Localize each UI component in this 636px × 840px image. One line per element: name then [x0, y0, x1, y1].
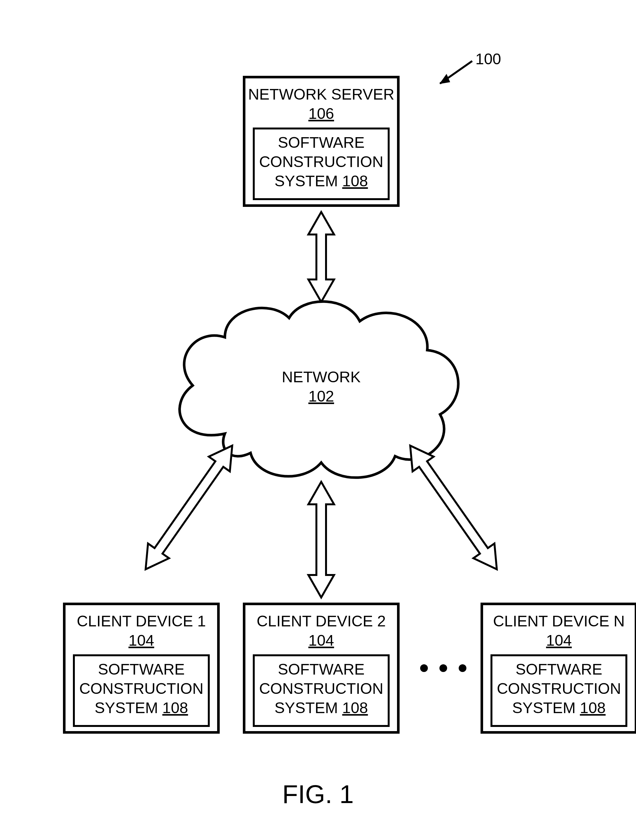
clientN-ref: 104 — [546, 632, 572, 649]
clientN-title: CLIENT DEVICE N — [493, 613, 625, 630]
ellipsis-dots — [420, 664, 466, 672]
server-inner-box: SOFTWARE CONSTRUCTION SYSTEM 108 — [254, 128, 389, 199]
server-inner-line3: SYSTEM 108 — [275, 172, 368, 189]
client1-inner-line1: SOFTWARE — [98, 661, 185, 678]
server-inner-line1: SOFTWARE — [278, 134, 365, 151]
client1-inner-line2: CONSTRUCTION — [79, 680, 204, 697]
svg-marker-3 — [308, 212, 334, 302]
svg-point-13 — [459, 664, 466, 672]
client2-title: CLIENT DEVICE 2 — [257, 613, 386, 630]
network-ref: 102 — [308, 388, 334, 405]
client2-inner-box: SOFTWARE CONSTRUCTION SYSTEM 108 — [254, 655, 389, 726]
svg-marker-4 — [135, 438, 243, 576]
client1-inner-box: SOFTWARE CONSTRUCTION SYSTEM 108 — [74, 655, 209, 726]
network-server-title: NETWORK SERVER — [248, 86, 394, 103]
svg-point-12 — [439, 664, 447, 672]
clientN-box: CLIENT DEVICE N 104 SOFTWARE CONSTRUCTIO… — [482, 604, 636, 733]
figure-ref-marker: 100 — [440, 51, 501, 84]
client2-ref: 104 — [308, 632, 334, 649]
clientN-inner-line3: SYSTEM 108 — [512, 699, 606, 716]
figure-label: FIG. 1 — [282, 780, 354, 808]
network-label: NETWORK — [282, 368, 360, 385]
svg-point-11 — [420, 664, 428, 672]
svg-marker-0 — [440, 74, 450, 84]
network-server-ref: 106 — [308, 105, 334, 122]
diagram-canvas: 100 NETWORK SERVER 106 SOFTWARE CONSTRUC… — [0, 0, 636, 840]
client2-inner-line1: SOFTWARE — [278, 661, 365, 678]
clientN-inner-line2: CONSTRUCTION — [497, 680, 621, 697]
arrow-network-client1 — [135, 438, 243, 576]
network-server-box: NETWORK SERVER 106 SOFTWARE CONSTRUCTION… — [244, 77, 398, 205]
arrow-network-client2 — [308, 482, 334, 597]
server-inner-line2: CONSTRUCTION — [259, 153, 383, 170]
client1-title: CLIENT DEVICE 1 — [77, 613, 206, 630]
svg-marker-5 — [308, 482, 334, 597]
client2-inner-line2: CONSTRUCTION — [259, 680, 383, 697]
client1-ref: 104 — [128, 632, 154, 649]
client1-inner-line3: SYSTEM 108 — [95, 699, 188, 716]
clientN-inner-line1: SOFTWARE — [516, 661, 602, 678]
client2-box: CLIENT DEVICE 2 104 SOFTWARE CONSTRUCTIO… — [244, 604, 398, 733]
svg-marker-6 — [399, 438, 507, 576]
client2-inner-line3: SYSTEM 108 — [275, 699, 368, 716]
arrow-server-network — [308, 212, 334, 302]
arrow-network-clientN — [399, 438, 507, 576]
client1-box: CLIENT DEVICE 1 104 SOFTWARE CONSTRUCTIO… — [64, 604, 218, 733]
figure-ref-number: 100 — [475, 51, 501, 68]
clientN-inner-box: SOFTWARE CONSTRUCTION SYSTEM 108 — [491, 655, 627, 726]
